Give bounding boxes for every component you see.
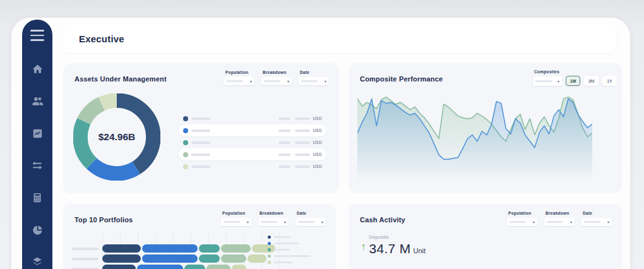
filter-breakdown: Breakdown ▾ — [261, 70, 292, 85]
aum-legend-row[interactable]: USD — [179, 124, 326, 136]
select-value-skeleton — [547, 221, 563, 223]
bar-segment[interactable] — [184, 265, 205, 269]
select-value-skeleton — [510, 221, 526, 223]
filter-label: Date — [297, 211, 326, 215]
bar-segment[interactable] — [247, 254, 266, 263]
population-select[interactable]: ▾ — [507, 218, 537, 226]
legend-dot-icon — [183, 128, 188, 133]
value-skeleton — [191, 117, 210, 120]
chevron-down-icon: ▾ — [570, 220, 572, 224]
population-select[interactable]: ▾ — [224, 77, 254, 85]
portfolio-row — [72, 254, 266, 263]
bar-segment[interactable] — [232, 265, 246, 269]
bar-segment[interactable] — [221, 244, 251, 253]
portfolio-label-skeleton — [72, 248, 98, 250]
aum-legend-row[interactable]: USD — [179, 136, 326, 148]
legend-dot-icon — [183, 164, 188, 169]
composite-performance-card: Composite Performance Composites ▾ 1M 3M… — [349, 63, 622, 193]
breakdown-select[interactable]: ▾ — [544, 218, 575, 226]
value-skeleton — [295, 141, 310, 144]
cash-filters: Population ▾ Breakdown ▾ Date ▾ — [507, 211, 612, 226]
range-1y-button[interactable]: 1Y — [602, 76, 617, 86]
aum-card: Assets Under Management Population ▾ Bre… — [63, 63, 339, 193]
date-select[interactable]: ▾ — [299, 77, 329, 85]
composite-card-title: Composite Performance — [360, 75, 443, 83]
value-skeleton — [191, 129, 210, 132]
deposits-stat: ↑ Deposits 34.7 M Unit — [361, 234, 426, 256]
legend-dot-icon — [268, 261, 271, 264]
sidebar-item-calculator[interactable] — [32, 191, 43, 204]
menu-toggle-button[interactable] — [30, 30, 44, 41]
range-3m-button[interactable]: 3M — [584, 76, 599, 86]
currency-label: USD — [313, 164, 322, 169]
value-skeleton — [278, 129, 290, 132]
currency-label: USD — [313, 116, 322, 121]
breakdown-select[interactable]: ▾ — [258, 218, 289, 226]
aum-total-value: $24.96B — [73, 93, 160, 181]
select-value-skeleton — [301, 80, 318, 82]
bar-segment[interactable] — [142, 254, 198, 263]
pie-chart-icon — [32, 224, 44, 236]
range-1m-button[interactable]: 1M — [566, 76, 580, 86]
sidebar-item-performance[interactable] — [32, 127, 44, 140]
legend-dot-icon — [268, 254, 271, 258]
page-header: Executive — [63, 24, 616, 53]
stacked-bar — [102, 244, 275, 253]
sidebar-item-home[interactable] — [32, 63, 44, 75]
select-value-skeleton — [535, 80, 552, 82]
value-skeleton — [278, 117, 290, 120]
bar-segment[interactable] — [102, 265, 136, 269]
composite-line-chart — [357, 90, 592, 186]
aum-legend-row[interactable]: USD — [179, 148, 326, 160]
calculator-icon — [32, 192, 43, 203]
breakdown-select[interactable]: ▾ — [261, 77, 292, 85]
chevron-down-icon: ▾ — [325, 80, 326, 83]
home-icon — [32, 63, 44, 75]
legend-label-skeleton — [274, 236, 290, 238]
chevron-down-icon: ▾ — [321, 220, 323, 224]
aum-legend-row[interactable]: USD — [179, 160, 326, 172]
filter-label: Population — [508, 211, 537, 215]
chevron-down-icon: ▾ — [250, 80, 252, 83]
legend-dot-icon — [183, 116, 188, 121]
bar-segment[interactable] — [102, 254, 141, 263]
value-skeleton — [191, 165, 210, 168]
sidebar-item-clients[interactable] — [31, 95, 44, 107]
aum-legend-row[interactable]: USD — [179, 112, 326, 124]
composites-select[interactable]: ▾ — [533, 76, 562, 86]
chevron-down-icon: ▾ — [284, 220, 286, 224]
bar-segment[interactable] — [102, 244, 141, 253]
bar-segment[interactable] — [199, 254, 220, 263]
bar-segment[interactable] — [206, 265, 230, 269]
legend-label-skeleton — [274, 261, 293, 263]
bar-segment[interactable] — [137, 265, 183, 269]
currency-label: USD — [313, 140, 322, 145]
bar-segment[interactable] — [199, 244, 220, 253]
legend-label-skeleton — [274, 255, 311, 257]
deposits-value: 34.7 M — [369, 241, 411, 256]
population-select[interactable]: ▾ — [221, 218, 251, 226]
currency-label: USD — [313, 152, 322, 157]
bar-segment[interactable] — [221, 254, 246, 263]
hamburger-icon — [30, 39, 44, 41]
filter-label: Breakdown — [259, 211, 289, 215]
date-select[interactable]: ▾ — [581, 218, 612, 226]
chevron-down-icon: ▾ — [247, 220, 249, 224]
hamburger-icon — [30, 30, 44, 32]
filter-label: Date — [300, 70, 329, 75]
value-skeleton — [191, 153, 210, 156]
sidebar-item-holdings[interactable] — [31, 256, 44, 268]
aum-filters: Population ▾ Breakdown ▾ Date ▾ — [224, 70, 329, 85]
legend-item — [268, 248, 326, 251]
layers-icon — [31, 256, 44, 268]
bar-segment[interactable] — [142, 244, 198, 253]
legend-item — [268, 254, 326, 258]
sidebar-item-transfers[interactable] — [31, 159, 44, 172]
sidebar-nav — [22, 20, 52, 269]
sidebar-item-allocation[interactable] — [32, 224, 44, 236]
date-select[interactable]: ▾ — [295, 218, 326, 226]
chevron-down-icon: ▾ — [558, 80, 559, 83]
filter-breakdown: Breakdown ▾ — [544, 211, 575, 226]
legend-dot-icon — [268, 242, 271, 245]
cash-activity-card: Cash Activity Population ▾ Breakdown ▾ D… — [349, 204, 622, 269]
